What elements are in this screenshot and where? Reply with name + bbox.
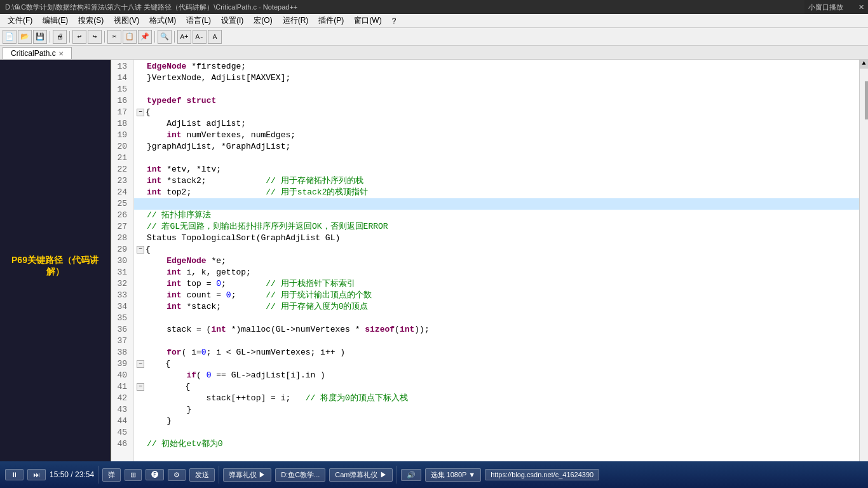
fold-29[interactable]: − [137,246,144,254]
menu-window[interactable]: 窗口(W) [349,14,386,27]
tab-label: CriticalPath.c [11,49,56,58]
menu-language[interactable]: 语言(L) [181,14,216,27]
line-num-19: 19 [111,130,131,141]
code-line-39: − { [134,358,859,370]
code-line-20: }graphAdjList, *GraphAdjList; [134,141,859,152]
toolbar-print[interactable]: 🖨 [53,30,67,44]
menu-plugins[interactable]: 插件(P) [313,14,349,27]
tab-criticalpath[interactable]: CriticalPath.c ✕ [3,47,72,59]
line-num-28: 28 [111,233,131,244]
toolbar-save[interactable]: 💾 [33,30,47,44]
code-line-13: EdgeNode *firstedge; [134,61,859,72]
tab-close-icon[interactable]: ✕ [58,50,64,57]
taskbar: ⏸ ⏭ 15:50 / 23:54 弹 ⊞ 🅕 ⚙ 发送 弹幕礼仪 ▶ D:鱼C… [0,461,868,488]
taskbar-play-btn[interactable]: ⏸ [5,469,24,480]
scroll-up-button[interactable]: ▲ [860,60,869,69]
toolbar-zoom-reset[interactable]: A [208,30,222,44]
mini-window-title: 小窗口播放 [808,3,843,12]
toolbar-sep1 [50,31,50,43]
line-num-39: 39 [111,358,131,370]
code-line-38: for( i=0; i < GL->numVertexes; i++ ) [134,347,859,358]
code-line-21 [134,152,859,164]
code-line-34: int *stack; // 用于存储入度为0的顶点 [134,301,859,313]
code-line-28: Status TopologicalSort(GraphAdjList GL) [134,233,859,244]
menu-help[interactable]: ? [387,15,402,27]
taskbar-time: 15:50 / 23:54 [50,470,94,479]
fold-39[interactable]: − [137,360,144,368]
line-num-46: 46 [111,438,131,450]
code-line-46: // 初始化etv都为0 [134,438,859,450]
taskbar-apps[interactable]: ⊞ [125,469,142,481]
taskbar-folder[interactable]: D:鱼C教学... [275,468,325,482]
menu-search[interactable]: 搜索(S) [73,14,109,27]
menu-file[interactable]: 文件(F) [3,14,37,27]
menu-edit[interactable]: 编辑(E) [37,14,73,27]
menu-settings[interactable]: 设置(I) [216,14,248,27]
code-line-33: int count = 0; // 用于统计输出顶点的个数 [134,290,859,301]
taskbar-resolution[interactable]: 选集 1080P ▼ [425,468,482,482]
toolbar-sep5 [174,31,175,43]
code-line-27: // 若GL无回路，则输出拓扑排序序列并返回OK，否则返回ERROR [134,221,859,233]
toolbar-find[interactable]: 🔍 [158,30,172,44]
line-num-14: 14 [111,72,131,84]
line-numbers: 13 14 15 16 17 18 19 20 21 22 23 24 25 2… [111,60,134,473]
mini-window-close[interactable]: ✕ [858,3,864,11]
taskbar-skip-btn[interactable]: ⏭ [27,469,46,480]
code-line-36: stack = (int *)malloc(GL->numVertexes * … [134,324,859,336]
code-line-32: int top = 0; // 用于栈指针下标索引 [134,278,859,290]
code-line-45 [134,427,859,438]
line-num-24: 24 [111,187,131,198]
toolbar-paste[interactable]: 📌 [138,30,152,44]
line-num-23: 23 [111,175,131,187]
line-num-33: 33 [111,290,131,301]
code-content[interactable]: EdgeNode *firstedge; }VertexNode, AdjLis… [134,60,859,473]
line-num-21: 21 [111,152,131,164]
code-line-35 [134,313,859,324]
code-line-29: − { [134,244,859,255]
line-num-31: 31 [111,267,131,278]
toolbar-undo[interactable]: ↩ [72,30,86,44]
line-num-26: 26 [111,210,131,221]
menu-run[interactable]: 运行(R) [278,14,314,27]
line-num-16: 16 [111,95,131,107]
line-num-44: 44 [111,416,131,427]
toolbar-copy[interactable]: 📋 [123,30,137,44]
toolbar-zoom-in[interactable]: A+ [177,30,191,44]
line-num-30: 30 [111,255,131,267]
toolbar-redo[interactable]: ↪ [88,30,102,44]
menu-format[interactable]: 格式(M) [144,14,181,27]
taskbar-bullet-btn[interactable]: 弹 [102,468,121,482]
tab-bar: CriticalPath.c ✕ [0,46,868,60]
line-num-18: 18 [111,118,131,130]
taskbar-sep2 [219,466,219,484]
code-line-40: if( 0 == GL->adjList[i].in ) [134,370,859,381]
code-line-19: int numVertexes, numEdges; [134,130,859,141]
taskbar-settings[interactable]: ⚙ [168,469,186,481]
toolbar-zoom-out[interactable]: A- [193,30,207,44]
taskbar-cam[interactable]: Cam弹幕礼仪 ▶ [329,468,392,482]
taskbar-barrage[interactable]: 弹幕礼仪 ▶ [223,468,271,482]
code-area: 13 14 15 16 17 18 19 20 21 22 23 24 25 2… [111,60,868,473]
code-line-14: }VertexNode, AdjList[MAXVEX]; [134,72,859,84]
apps-icon: ⊞ [130,471,136,479]
code-line-18: AdjList adjList; [134,118,859,130]
menu-macro[interactable]: 宏(O) [248,14,277,27]
toolbar-cut[interactable]: ✂ [107,30,121,44]
toolbar-open[interactable]: 📂 [18,30,32,44]
line-num-29: 29 [111,244,131,255]
line-num-27: 27 [111,221,131,233]
taskbar-vol[interactable]: 🔊 [401,469,421,481]
taskbar-ff[interactable]: 🅕 [146,469,164,480]
taskbar-send[interactable]: 发送 [189,468,215,482]
taskbar-blog[interactable]: https://blog.csdn.net/c_41624390 [485,469,599,480]
line-num-35: 35 [111,313,131,324]
scroll-thumb[interactable] [865,81,869,119]
mini-window: 小窗口播放 ✕ [804,0,868,14]
code-line-23: int *stack2; // 用于存储拓扑序列的栈 [134,175,859,187]
vertical-scrollbar[interactable]: ▲ ▼ [859,60,868,473]
fold-17[interactable]: − [137,109,144,116]
toolbar-new[interactable]: 📄 [3,30,17,44]
taskbar-sep1 [98,466,98,484]
menu-view[interactable]: 视图(V) [109,14,144,27]
fold-41[interactable]: − [137,383,144,391]
